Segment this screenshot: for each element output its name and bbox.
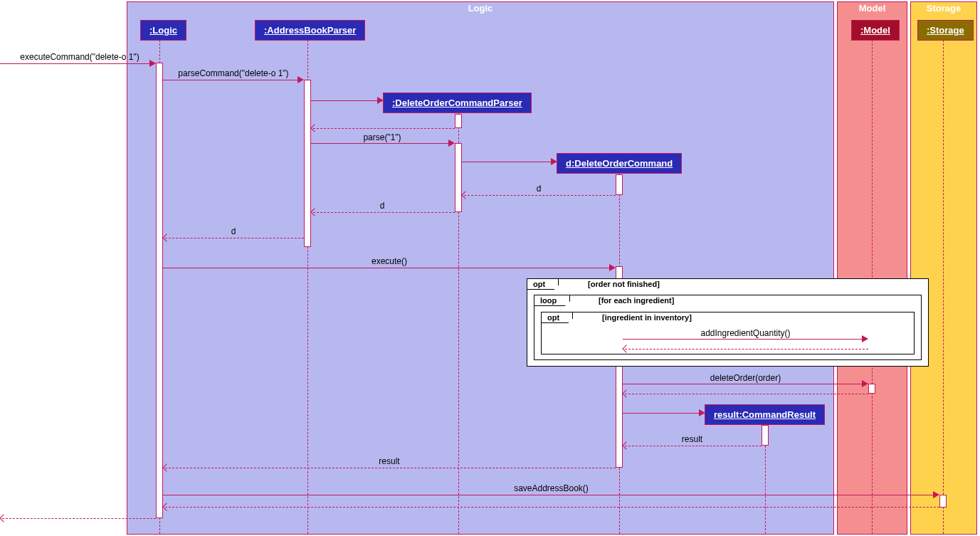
- deleteordercommandparser-head: :DeleteOrderCommandParser: [383, 93, 532, 113]
- opt-guard: [order not finished]: [588, 280, 660, 288]
- arrowhead-create-doc: [551, 158, 557, 165]
- model-region-title: Model: [859, 1, 886, 15]
- logic-activation: [156, 63, 163, 518]
- arrow-parse: [311, 143, 453, 144]
- msg-addingredient: addIngredientQuantity(): [623, 328, 868, 338]
- opt2-label: opt: [542, 312, 573, 323]
- logic-head: :Logic: [140, 20, 186, 41]
- abp-activation: [304, 80, 311, 247]
- arrow-result2: [165, 468, 616, 468]
- deleteordercommand-head: d:DeleteOrderCommand: [557, 153, 682, 174]
- arrow-deleteorder: [623, 384, 866, 384]
- msg-execute: execute(): [163, 256, 616, 266]
- addressbookparser-head: :AddressBookParser: [255, 20, 365, 41]
- arrow-addingredient: [623, 339, 866, 340]
- opt2-guard: [ingredient in inventory]: [602, 313, 692, 322]
- logic-region-title: Logic: [468, 1, 493, 15]
- model-activation-2: [868, 384, 875, 394]
- storage-lifeline: [943, 40, 944, 534]
- arrowhead-saveaddressbook: [933, 491, 939, 498]
- msg-parse: parse("1"): [311, 132, 453, 142]
- msg-d2: d: [311, 201, 453, 211]
- arrowhead-parsecommand: [297, 76, 304, 83]
- arrowhead-create-docp: [377, 97, 384, 104]
- docp-activation-2: [455, 143, 462, 212]
- msg-saveaddressbook: saveAddressBook(): [163, 483, 939, 493]
- msg-executecommand: executeCommand("delete-o 1"): [5, 52, 154, 62]
- arrow-create-docp-return: [313, 128, 455, 129]
- storage-head: :Storage: [917, 20, 974, 41]
- arrow-final-return: [2, 518, 156, 519]
- arrowhead-final-return: [0, 514, 8, 522]
- msg-result2: result: [163, 456, 616, 466]
- loop-guard: [for each ingredient]: [599, 296, 674, 305]
- arrow-addingredient-return: [625, 349, 868, 350]
- msg-deleteorder: deleteOrder(order): [623, 373, 868, 383]
- docp-activation-1: [455, 114, 462, 128]
- msg-parsecommand: parseCommand("delete-o 1"): [163, 68, 304, 78]
- arrowhead-parse: [448, 140, 455, 147]
- doc-activation-1: [616, 174, 623, 195]
- arrowhead-executecommand: [149, 60, 156, 67]
- arrow-d2: [313, 212, 455, 213]
- commandresult-head: result:CommandResult: [705, 404, 825, 425]
- storage-region: Storage: [910, 1, 977, 535]
- msg-d1: d: [462, 184, 616, 194]
- opt-label: opt: [527, 279, 559, 290]
- arrowhead-create-cr: [699, 409, 705, 416]
- arrow-d3: [165, 238, 304, 238]
- storage-region-title: Storage: [927, 1, 961, 15]
- msg-d3: d: [163, 226, 304, 236]
- arrowhead-addingredient: [862, 335, 868, 342]
- arrow-execute: [163, 268, 613, 268]
- arrow-deleteorder-return: [625, 394, 868, 394]
- arrow-create-docp: [311, 100, 381, 101]
- loop-label: loop: [534, 295, 570, 306]
- cr-activation: [762, 425, 769, 446]
- arrow-result1: [625, 446, 762, 446]
- arrow-create-doc: [462, 162, 555, 162]
- storage-activation: [939, 495, 947, 508]
- arrow-executecommand: [0, 63, 153, 64]
- msg-result1: result: [623, 434, 762, 444]
- arrow-d1: [464, 195, 616, 196]
- arrow-create-cr: [623, 413, 703, 414]
- arrowhead-deleteorder: [862, 380, 868, 387]
- arrow-saveaddressbook: [163, 495, 937, 495]
- model-head: :Model: [851, 20, 900, 41]
- arrow-parsecommand: [163, 80, 302, 80]
- arrowhead-execute: [609, 264, 616, 271]
- arrow-saveaddressbook-return: [165, 507, 939, 508]
